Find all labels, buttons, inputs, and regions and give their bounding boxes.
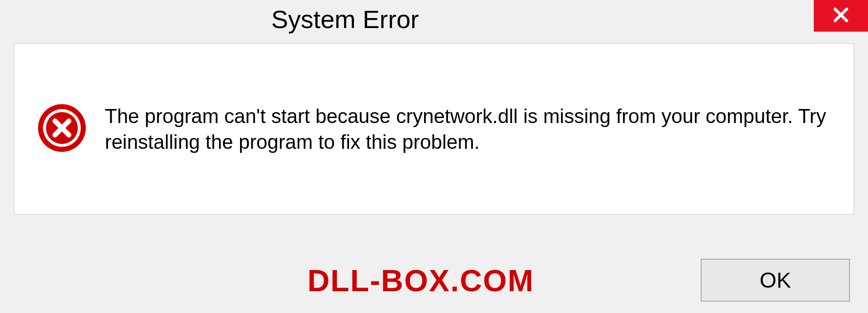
title-bar: System Error (0, 0, 868, 34)
ok-button[interactable]: OK (701, 259, 850, 302)
close-button[interactable] (814, 0, 868, 32)
message-panel: The program can't start because crynetwo… (14, 43, 854, 215)
error-message: The program can't start because crynetwo… (105, 103, 831, 155)
dialog-title: System Error (271, 5, 419, 34)
footer-bar: DLL-BOX.COM OK (0, 259, 868, 302)
watermark-text: DLL-BOX.COM (307, 263, 534, 298)
error-icon (37, 103, 87, 155)
close-icon (831, 5, 851, 27)
